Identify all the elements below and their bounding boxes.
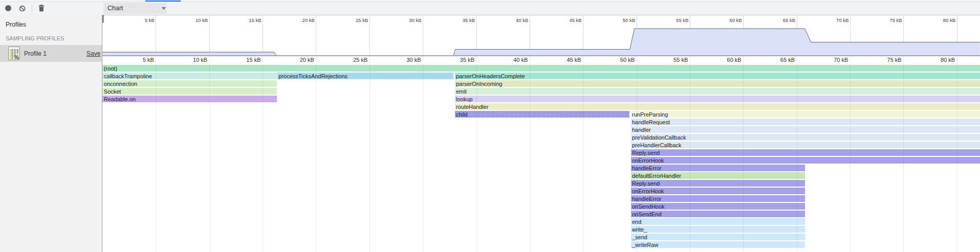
svg-text:%: % bbox=[14, 54, 19, 60]
